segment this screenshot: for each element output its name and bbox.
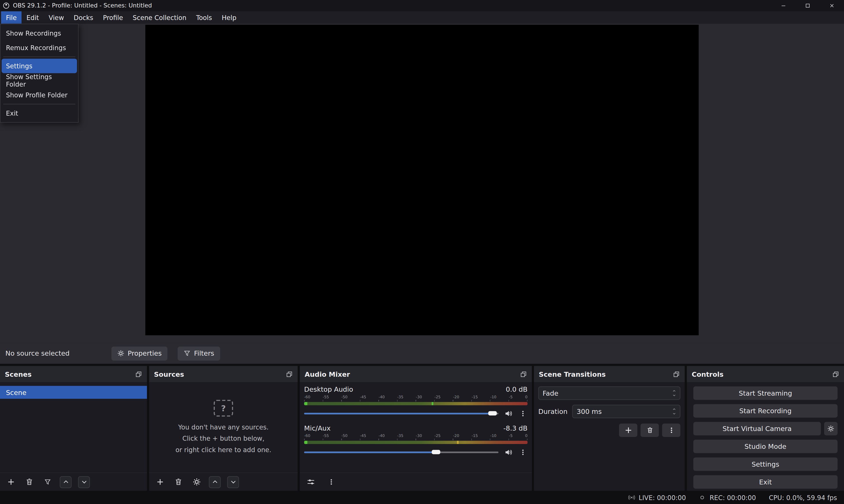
scale-label: -55 bbox=[323, 434, 329, 438]
volume-slider[interactable] bbox=[304, 448, 498, 456]
no-source-label: No source selected bbox=[5, 349, 70, 357]
move-scene-up-button[interactable] bbox=[60, 476, 72, 488]
obs-main-window: OBS 29.1.2 - Profile: Untitled - Scenes:… bbox=[0, 0, 844, 504]
slider-handle[interactable] bbox=[488, 411, 497, 416]
exit-button[interactable]: Exit bbox=[694, 475, 838, 489]
menu-view[interactable]: View bbox=[44, 11, 69, 23]
add-transition-button[interactable] bbox=[619, 424, 638, 437]
scenes-dock-header: Scenes bbox=[0, 366, 147, 382]
scale-label: -30 bbox=[416, 434, 422, 438]
scale-label: -15 bbox=[471, 395, 478, 400]
properties-button[interactable]: Properties bbox=[111, 346, 167, 360]
virtual-camera-config-button[interactable] bbox=[824, 422, 838, 435]
start-virtual-camera-button[interactable]: Start Virtual Camera bbox=[694, 422, 821, 435]
broadcast-icon bbox=[628, 494, 635, 501]
close-icon bbox=[829, 3, 835, 8]
preview-canvas[interactable] bbox=[145, 25, 699, 336]
popout-icon[interactable] bbox=[673, 371, 680, 378]
record-icon bbox=[699, 494, 706, 501]
plus-icon bbox=[7, 478, 15, 486]
mixer-channel-mic-aux: Mic/Aux -8.3 dB -60-55-50-45-40-35-30-25… bbox=[304, 424, 527, 458]
add-scene-button[interactable] bbox=[5, 476, 17, 488]
menu-separator bbox=[3, 104, 75, 104]
menu-item-show-profile-folder[interactable]: Show Profile Folder bbox=[2, 88, 77, 102]
duration-spinbox[interactable]: 300 ms bbox=[572, 404, 680, 418]
start-streaming-button[interactable]: Start Streaming bbox=[694, 386, 838, 400]
volume-meter bbox=[304, 441, 527, 444]
transition-options-button[interactable] bbox=[662, 424, 680, 437]
filters-button[interactable]: Filters bbox=[178, 346, 220, 360]
trash-icon bbox=[646, 427, 653, 434]
remove-scene-button[interactable] bbox=[23, 476, 35, 488]
settings-button[interactable]: Settings bbox=[694, 457, 838, 471]
popout-icon[interactable] bbox=[520, 371, 527, 378]
file-menu: Show Recordings Remux Recordings Setting… bbox=[0, 24, 78, 123]
mute-button[interactable] bbox=[503, 407, 513, 419]
statusbar: LIVE: 00:00:00 REC: 00:00:00 CPU: 0.0%, … bbox=[0, 491, 844, 504]
sources-dock-title: Sources bbox=[154, 370, 184, 378]
mixer-body: Desktop Audio 0.0 dB -60-55-50-45-40-35-… bbox=[300, 382, 532, 472]
scale-label: -40 bbox=[379, 395, 385, 400]
menu-item-remux-recordings[interactable]: Remux Recordings bbox=[2, 40, 77, 55]
meter-ticks bbox=[304, 438, 527, 440]
remove-transition-button[interactable] bbox=[641, 424, 659, 437]
close-button[interactable] bbox=[820, 0, 844, 11]
popout-icon[interactable] bbox=[832, 371, 839, 378]
menu-item-exit[interactable]: Exit bbox=[2, 106, 77, 121]
menu-tools[interactable]: Tools bbox=[191, 11, 217, 23]
preview-region bbox=[0, 24, 844, 343]
menu-docks[interactable]: Docks bbox=[69, 11, 98, 23]
volume-slider[interactable] bbox=[304, 410, 498, 417]
sources-empty-state[interactable]: ? You don't have any sources. Click the … bbox=[149, 382, 298, 472]
scale-label: -25 bbox=[434, 395, 441, 400]
remove-source-button[interactable] bbox=[172, 476, 184, 488]
scene-list-item[interactable]: Scene bbox=[0, 386, 147, 399]
transition-select[interactable]: Fade bbox=[538, 386, 680, 400]
source-properties-button[interactable] bbox=[191, 476, 202, 488]
start-recording-button[interactable]: Start Recording bbox=[694, 404, 838, 418]
menubar: File Edit View Docks Profile Scene Colle… bbox=[0, 11, 844, 23]
scale-label: -20 bbox=[453, 395, 459, 400]
slider-handle[interactable] bbox=[432, 450, 441, 454]
menu-file[interactable]: File bbox=[1, 11, 21, 23]
chevron-up-icon bbox=[62, 479, 69, 486]
move-source-down-button[interactable] bbox=[227, 476, 239, 488]
menu-help[interactable]: Help bbox=[217, 11, 241, 23]
duration-value: 300 ms bbox=[577, 407, 602, 415]
studio-mode-button[interactable]: Studio Mode bbox=[694, 439, 838, 453]
menu-profile[interactable]: Profile bbox=[98, 11, 128, 23]
channel-name: Desktop Audio bbox=[304, 385, 353, 393]
menu-scene-collection[interactable]: Scene Collection bbox=[128, 11, 191, 23]
cpu-status: CPU: 0.0%, 59.94 fps bbox=[769, 494, 837, 501]
filters-label: Filters bbox=[194, 349, 214, 357]
menu-item-show-settings-folder[interactable]: Show Settings Folder bbox=[2, 73, 77, 88]
move-source-up-button[interactable] bbox=[209, 476, 221, 488]
sources-toolbar bbox=[149, 472, 298, 491]
mute-button[interactable] bbox=[503, 446, 513, 458]
move-scene-down-button[interactable] bbox=[78, 476, 90, 488]
menu-item-settings[interactable]: Settings bbox=[2, 59, 77, 73]
add-source-button[interactable] bbox=[154, 476, 166, 488]
popout-icon[interactable] bbox=[286, 371, 293, 378]
controls-header: Controls bbox=[687, 366, 844, 382]
maximize-button[interactable] bbox=[796, 0, 820, 11]
minimize-button[interactable] bbox=[771, 0, 796, 11]
spin-arrows[interactable] bbox=[672, 407, 676, 415]
advanced-audio-button[interactable] bbox=[305, 476, 317, 488]
scale-label: -5 bbox=[509, 434, 513, 438]
channel-options-button[interactable] bbox=[518, 407, 527, 419]
menu-item-show-recordings[interactable]: Show Recordings bbox=[2, 26, 77, 40]
channel-options-button[interactable] bbox=[518, 446, 527, 458]
scale-label: -45 bbox=[360, 395, 366, 400]
chevron-up-icon bbox=[672, 389, 676, 393]
combo-arrows[interactable] bbox=[672, 389, 676, 397]
scenes-dock: Scenes Scene bbox=[0, 366, 147, 491]
menu-edit[interactable]: Edit bbox=[21, 11, 44, 23]
popout-icon[interactable] bbox=[135, 371, 142, 378]
chevron-up-icon bbox=[672, 407, 676, 411]
source-toolbar: No source selected Properties Filters bbox=[0, 343, 844, 364]
docks-area: Scenes Scene Sources ? You don't bbox=[0, 364, 844, 491]
filter-icon bbox=[44, 479, 51, 486]
scene-filters-button[interactable] bbox=[41, 476, 53, 488]
mixer-options-button[interactable] bbox=[325, 476, 337, 488]
